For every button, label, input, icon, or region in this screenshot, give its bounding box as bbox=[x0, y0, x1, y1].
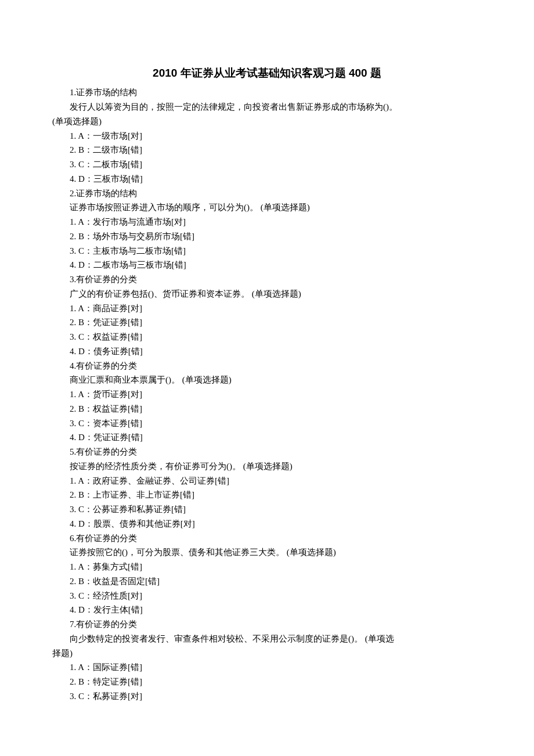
document-page: 2010 年证券从业考试基础知识客观习题 400 题 1.证券市场的结构发行人以… bbox=[0, 0, 534, 756]
text-line: 2.证券市场的结构 bbox=[52, 186, 482, 201]
text-line: 2. B：上市证券、非上市证券[错] bbox=[52, 488, 482, 502]
text-line: 1. A：商品证券[对] bbox=[52, 301, 482, 316]
text-line: 5.有价证券的分类 bbox=[52, 445, 482, 459]
text-line: 3. C：主板市场与二板市场[错] bbox=[52, 244, 482, 258]
text-line: 1. A：募集方式[错] bbox=[52, 560, 482, 574]
text-line: (单项选择题) bbox=[52, 114, 482, 129]
text-line: 2. B：场外市场与交易所市场[错] bbox=[52, 229, 482, 244]
text-line: 择题) bbox=[52, 646, 482, 661]
text-line: 3.有价证券的分类 bbox=[52, 272, 482, 287]
text-line: 4. D：凭证证券[错] bbox=[52, 430, 482, 445]
text-line: 1. A：政府证券、金融证券、公司证券[错] bbox=[52, 474, 482, 488]
text-line: 4. D：二板市场与三板市场[错] bbox=[52, 258, 482, 272]
text-line: 4. D：发行主体[错] bbox=[52, 603, 482, 617]
text-line: 3. C：私募证券[对] bbox=[52, 689, 482, 704]
document-title: 2010 年证券从业考试基础知识客观习题 400 题 bbox=[52, 64, 482, 82]
text-line: 1. A：货币证券[对] bbox=[52, 387, 482, 402]
text-line: 2. B：二级市场[错] bbox=[52, 143, 482, 157]
text-line: 按证券的经济性质分类，有价证券可分为()。 (单项选择题) bbox=[52, 459, 482, 474]
text-line: 1. A：一级市场[对] bbox=[52, 129, 482, 143]
text-line: 1. A：发行市场与流通市场[对] bbox=[52, 215, 482, 229]
text-line: 7.有价证券的分类 bbox=[52, 617, 482, 632]
text-line: 1. A：国际证券[错] bbox=[52, 660, 482, 675]
text-line: 1.证券市场的结构 bbox=[52, 85, 482, 100]
text-line: 3. C：权益证券[错] bbox=[52, 330, 482, 344]
text-line: 6.有价证券的分类 bbox=[52, 531, 482, 546]
text-line: 3. C：二板市场[错] bbox=[52, 157, 482, 172]
text-line: 2. B：凭证证券[错] bbox=[52, 315, 482, 330]
text-line: 2. B：收益是否固定[错] bbox=[52, 574, 482, 589]
text-line: 3. C：资本证券[错] bbox=[52, 416, 482, 431]
text-line: 3. C：经济性质[对] bbox=[52, 589, 482, 603]
text-line: 4. D：股票、债券和其他证券[对] bbox=[52, 517, 482, 531]
text-line: 3. C：公募证券和私募证券[错] bbox=[52, 502, 482, 517]
text-line: 4. D：三板市场[错] bbox=[52, 172, 482, 186]
text-line: 4. D：债务证券[错] bbox=[52, 344, 482, 359]
text-line: 证券按照它的()，可分为股票、债务和其他证券三大类。 (单项选择题) bbox=[52, 545, 482, 560]
text-line: 4.有价证券的分类 bbox=[52, 359, 482, 373]
text-line: 广义的有价证券包括()、货币证券和资本证券。 (单项选择题) bbox=[52, 287, 482, 301]
text-line: 商业汇票和商业本票属于()。 (单项选择题) bbox=[52, 373, 482, 387]
text-line: 向少数特定的投资者发行、审查条件相对较松、不采用公示制度的证券是()。 (单项选 bbox=[52, 632, 482, 646]
document-body: 1.证券市场的结构发行人以筹资为目的，按照一定的法律规定，向投资者出售新证券形成… bbox=[52, 85, 482, 703]
text-line: 证券市场按照证券进入市场的顺序，可以分为()。 (单项选择题) bbox=[52, 200, 482, 215]
text-line: 2. B：特定证券[错] bbox=[52, 675, 482, 689]
text-line: 2. B：权益证券[错] bbox=[52, 402, 482, 416]
text-line: 发行人以筹资为目的，按照一定的法律规定，向投资者出售新证券形成的市场称为()。 bbox=[52, 100, 482, 114]
